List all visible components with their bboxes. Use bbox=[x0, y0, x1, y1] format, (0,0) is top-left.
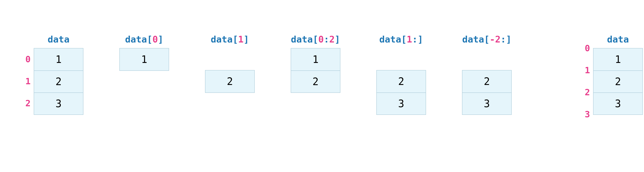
panel-6-cell-2: 3 bbox=[594, 92, 642, 114]
panel-6-left-idx-3: 3 bbox=[576, 109, 590, 120]
panel-4: data[1:]23 bbox=[369, 0, 434, 172]
panel-0-left-idx-2: 2 bbox=[16, 98, 30, 108]
panel-5-cell-0: 2 bbox=[462, 70, 511, 92]
panel-4-stack: 23 bbox=[376, 70, 426, 115]
panel-4-cell-1: 3 bbox=[377, 92, 426, 114]
panel-5-cell-1: 3 bbox=[462, 92, 511, 114]
panel-6-stack: 123 bbox=[593, 48, 643, 115]
panel-6-title: data bbox=[586, 34, 644, 44]
panel-6-left-idx-0: 0 bbox=[576, 43, 590, 53]
panel-0-cell-0: 1 bbox=[34, 48, 83, 70]
panel-6-left-idx-1: 1 bbox=[576, 65, 590, 75]
panel-2-stack: 2 bbox=[205, 70, 255, 93]
panel-5-title: data[-2:] bbox=[454, 34, 519, 44]
panel-1-title: data[0] bbox=[112, 34, 176, 44]
panel-2-cell-0: 2 bbox=[206, 70, 254, 92]
panel-3-title: data[0:2] bbox=[283, 34, 348, 44]
panel-6: data1230123-2-1 bbox=[586, 0, 644, 172]
panel-0-cell-2: 3 bbox=[34, 92, 83, 114]
panel-0-cell-1: 2 bbox=[34, 70, 83, 92]
panel-3-cell-0: 1 bbox=[291, 48, 340, 70]
panel-0: data123012 bbox=[26, 0, 91, 172]
panel-3-stack: 12 bbox=[291, 48, 340, 93]
panel-2-title: data[1] bbox=[198, 34, 262, 44]
panel-5-stack: 23 bbox=[462, 70, 512, 115]
panel-3: data[0:2]12 bbox=[283, 0, 348, 172]
panel-4-cell-0: 2 bbox=[377, 70, 426, 92]
panel-0-left-idx-1: 1 bbox=[16, 76, 30, 86]
panel-0-left-idx-0: 0 bbox=[16, 54, 30, 64]
panel-6-cell-1: 2 bbox=[594, 70, 642, 92]
panel-5: data[-2:]23 bbox=[454, 0, 519, 172]
panel-3-cell-1: 2 bbox=[291, 70, 340, 92]
panel-1-cell-0: 1 bbox=[120, 48, 169, 70]
panel-1: data[0]1 bbox=[112, 0, 176, 172]
panel-6-cell-0: 1 bbox=[594, 48, 642, 70]
panel-2: data[1]2 bbox=[198, 0, 262, 172]
panel-4-title: data[1:] bbox=[369, 34, 434, 44]
panel-6-left-idx-2: 2 bbox=[576, 87, 590, 97]
panel-0-title: data bbox=[26, 34, 91, 44]
panel-1-stack: 1 bbox=[120, 48, 169, 71]
panel-0-stack: 123 bbox=[34, 48, 84, 115]
